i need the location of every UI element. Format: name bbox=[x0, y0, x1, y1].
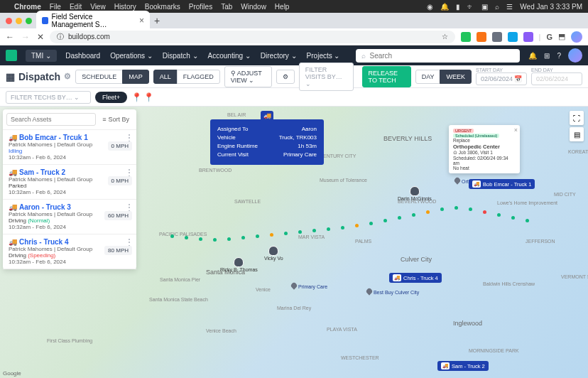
menu-tab[interactable]: Tab bbox=[221, 3, 232, 11]
asset-item[interactable]: ⋮ 🚚Sam - Truck 2 Patrick Mahomes | Defau… bbox=[3, 165, 136, 200]
pin-icon[interactable]: 📍 bbox=[143, 92, 154, 102]
menu-help[interactable]: Help bbox=[275, 3, 290, 11]
extension-icon[interactable] bbox=[492, 32, 502, 42]
nav-stop-icon[interactable]: ✕ bbox=[37, 32, 44, 42]
profile-avatar[interactable] bbox=[571, 31, 582, 43]
bookmark-star-icon[interactable]: ☆ bbox=[442, 33, 448, 40]
asset-item[interactable]: ⋮ 🚚Bob Emcar - Trcuk 1 Patrick Mahomes |… bbox=[3, 130, 136, 165]
minimize-window-icon[interactable] bbox=[16, 18, 22, 24]
tray-control-icon[interactable]: ☰ bbox=[506, 3, 513, 11]
start-date-input[interactable]: 02/06/2024 📅 bbox=[476, 72, 527, 85]
day-toggle[interactable]: DAY bbox=[415, 70, 441, 84]
tray-wifi-icon[interactable]: ᯤ bbox=[467, 3, 474, 11]
extension-icon[interactable] bbox=[523, 32, 533, 42]
end-date-input[interactable]: 02/06/2024 bbox=[531, 72, 582, 85]
layers-icon[interactable]: ▤ bbox=[570, 127, 584, 141]
notifications-icon[interactable]: 🔔 bbox=[528, 52, 537, 60]
asset-search-input[interactable] bbox=[6, 113, 96, 126]
map-tab[interactable]: MAP bbox=[122, 70, 149, 84]
asset-panel: ≡ Sort By ⋮ 🚚Bob Emcar - Trcuk 1 Patrick… bbox=[3, 109, 136, 269]
asset-item[interactable]: ⋮ 🚚Aaron - Truck 3 Patrick Mahomes | Def… bbox=[3, 200, 136, 234]
filter-visits-button[interactable]: FILTER VISITS BY… ⌄ bbox=[299, 63, 354, 91]
tray-search-icon[interactable]: ⌕ bbox=[495, 3, 499, 11]
google-apps-icon[interactable]: G bbox=[546, 33, 552, 41]
route-dot bbox=[270, 233, 273, 237]
sort-button[interactable]: ≡ Sort By bbox=[99, 113, 133, 126]
close-window-icon[interactable] bbox=[6, 18, 12, 24]
clock[interactable]: Wed Jan 3 3:33 PM bbox=[520, 3, 582, 11]
help-icon[interactable]: ? bbox=[557, 52, 561, 60]
person-marker[interactable]: Ricky B. Thomas bbox=[220, 257, 258, 272]
poi-marker[interactable]: Primary Care bbox=[291, 283, 327, 289]
workspace-switcher[interactable]: TMI ⌄ bbox=[26, 50, 57, 62]
pin-icon[interactable]: 📍 bbox=[131, 92, 142, 102]
extension-icon[interactable] bbox=[477, 32, 486, 42]
user-avatar[interactable] bbox=[568, 48, 582, 63]
downloads-icon[interactable]: ⬒ bbox=[558, 32, 565, 41]
google-attribution: Google bbox=[3, 370, 21, 377]
asset-name[interactable]: 🚚Chris - Truck 4 bbox=[9, 238, 131, 246]
url-field[interactable]: ⓘ buildops.com ☆ bbox=[50, 31, 455, 43]
route-dot bbox=[213, 238, 217, 242]
browser-tab[interactable]: Field Service Management S… × bbox=[36, 11, 150, 31]
window-controls[interactable] bbox=[6, 18, 32, 24]
nav-accounting[interactable]: Accounting ⌄ bbox=[208, 52, 251, 60]
menu-window[interactable]: Window bbox=[241, 3, 266, 11]
release-to-tech-button[interactable]: RELEASE TO TECH bbox=[362, 66, 411, 87]
maximize-window-icon[interactable] bbox=[26, 18, 32, 24]
favicon-icon bbox=[42, 17, 48, 24]
asset-name[interactable]: 🚚Bob Emcar - Trcuk 1 bbox=[9, 134, 131, 141]
toolbar-gear-button[interactable]: ⚙ bbox=[276, 70, 295, 84]
nav-dispatch[interactable]: Dispatch ⌄ bbox=[163, 52, 198, 60]
info-row: Engine Runtime1h 53m bbox=[217, 142, 317, 151]
menu-bookmarks[interactable]: Bookmarks bbox=[145, 3, 180, 11]
menu-history[interactable]: History bbox=[114, 3, 136, 11]
fleet-pill[interactable]: Fleet+ bbox=[95, 92, 127, 103]
app-logo-icon[interactable] bbox=[6, 50, 17, 61]
menu-view[interactable]: View bbox=[90, 3, 106, 11]
global-search[interactable]: ⌕ bbox=[356, 49, 521, 63]
asset-name[interactable]: 🚚Sam - Truck 2 bbox=[9, 168, 131, 176]
menu-edit[interactable]: Edit bbox=[70, 3, 82, 11]
new-tab-button[interactable]: + bbox=[154, 15, 160, 26]
tray-screen-icon[interactable]: ▣ bbox=[481, 3, 488, 11]
asset-item[interactable]: ⋮ 🚚Chris - Truck 4 Patrick Mahomes | Def… bbox=[3, 234, 136, 269]
map-place-label: Culver City bbox=[401, 256, 432, 263]
nav-operations[interactable]: Operations ⌄ bbox=[110, 52, 153, 60]
browser-tab-bar: Field Service Management S… × + bbox=[0, 13, 588, 28]
filter-techs-input[interactable]: FILTER TECHS BY… ⌄ bbox=[6, 91, 91, 104]
truck-marker[interactable]: 🚚Chris - Truck 4 bbox=[389, 273, 442, 283]
adjust-view-button[interactable]: ⚲ ADJUST VIEW ⌄ bbox=[224, 66, 272, 87]
nav-back-icon[interactable]: ← bbox=[6, 32, 14, 42]
person-marker[interactable]: Vicky Vo bbox=[264, 246, 283, 261]
menu-profiles[interactable]: Profiles bbox=[189, 3, 212, 11]
nav-forward-icon[interactable]: → bbox=[21, 32, 30, 42]
filter-flagged[interactable]: FLAGGED bbox=[177, 70, 220, 84]
poi-marker[interactable]: Best Buy Culver City bbox=[366, 288, 419, 295]
menu-file[interactable]: File bbox=[50, 3, 61, 11]
truck-marker[interactable]: 🚚Bob Emcar - Truck 1 bbox=[469, 179, 535, 189]
site-info-icon[interactable]: ⓘ bbox=[57, 32, 64, 42]
tray-camera-icon[interactable]: ◉ bbox=[427, 3, 433, 11]
tray-battery-icon[interactable]: ▮ bbox=[456, 3, 460, 11]
person-marker[interactable]: Darin McGinnis bbox=[398, 186, 432, 201]
tray-bell-icon[interactable]: 🔔 bbox=[440, 3, 449, 11]
asset-name[interactable]: 🚚Aaron - Truck 3 bbox=[9, 203, 131, 211]
week-toggle[interactable]: WEEK bbox=[440, 70, 472, 84]
search-input[interactable] bbox=[370, 52, 515, 60]
extension-icon[interactable] bbox=[508, 32, 518, 42]
schedule-tab[interactable]: SCHEDULE bbox=[75, 70, 123, 84]
nav-projects[interactable]: Projects ⌄ bbox=[307, 52, 340, 60]
truck-marker[interactable]: 🚚Sam - Truck 2 bbox=[437, 361, 489, 371]
tooltip-close-icon[interactable]: × bbox=[514, 126, 518, 134]
settings-gear-icon[interactable]: ⚙ bbox=[64, 72, 71, 81]
map-canvas[interactable]: BEVERLY HILLSWESTWOODBEL AIRBRENTWOODSAW… bbox=[0, 107, 588, 378]
nav-directory[interactable]: Directory ⌄ bbox=[261, 52, 297, 60]
tab-close-icon[interactable]: × bbox=[139, 16, 144, 26]
extension-icon[interactable] bbox=[461, 32, 471, 42]
filter-all[interactable]: ALL bbox=[153, 70, 178, 84]
nav-dashboard[interactable]: Dashboard bbox=[65, 52, 100, 60]
add-icon[interactable]: ⊞ bbox=[544, 52, 550, 60]
app-menu[interactable]: Chrome bbox=[14, 3, 41, 11]
fullscreen-icon[interactable]: ⛶ bbox=[570, 111, 584, 125]
